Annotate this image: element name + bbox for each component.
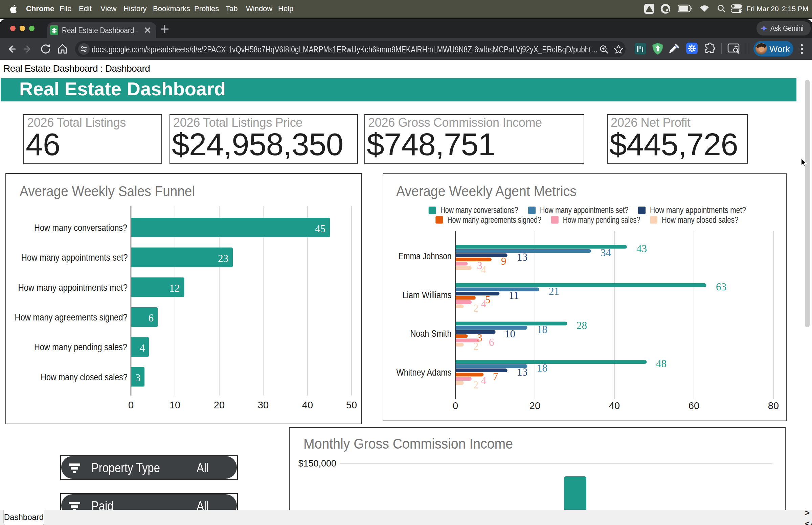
svg-text:12: 12	[169, 282, 180, 294]
svg-text:2: 2	[473, 379, 479, 391]
svg-text:80: 80	[768, 400, 779, 411]
svg-text:How many conversations?: How many conversations?	[440, 205, 518, 215]
svg-text:13: 13	[517, 366, 527, 378]
svg-text:How many appointments met?: How many appointments met?	[650, 205, 746, 215]
svg-text:How many agreements signed?: How many agreements signed?	[447, 215, 541, 225]
svg-text:How many appointments set?: How many appointments set?	[540, 205, 628, 215]
svg-text:23: 23	[218, 253, 228, 264]
svg-text:2: 2	[473, 302, 479, 314]
svg-text:43: 43	[636, 243, 647, 255]
svg-text:20: 20	[214, 400, 224, 410]
svg-text:40: 40	[609, 400, 620, 411]
svg-text:63: 63	[716, 281, 726, 293]
svg-text:Noah Smith: Noah Smith	[410, 328, 452, 339]
svg-text:6: 6	[489, 336, 494, 348]
svg-text:0: 0	[453, 400, 458, 411]
svg-text:Emma Johnson: Emma Johnson	[398, 251, 452, 261]
svg-text:7: 7	[493, 371, 498, 382]
svg-text:Average Weekly Sales Funnel: Average Weekly Sales Funnel	[20, 183, 195, 199]
svg-text:18: 18	[537, 324, 548, 335]
svg-text:18: 18	[537, 362, 548, 374]
svg-text:Whitney Adams: Whitney Adams	[396, 367, 452, 378]
svg-text:30: 30	[258, 400, 269, 410]
svg-text:9: 9	[501, 255, 507, 267]
svg-text:How many conversations?: How many conversations?	[34, 222, 127, 233]
svg-text:4: 4	[481, 375, 487, 386]
svg-text:How many closed sales?: How many closed sales?	[41, 372, 127, 382]
svg-text:34: 34	[600, 247, 611, 259]
svg-text:20: 20	[530, 400, 540, 411]
svg-text:6: 6	[148, 312, 154, 324]
svg-text:45: 45	[315, 223, 325, 235]
svg-text:How many appointments set?: How many appointments set?	[21, 252, 128, 262]
svg-text:$150,000: $150,000	[298, 459, 336, 468]
svg-text:10: 10	[505, 328, 515, 340]
svg-text:50: 50	[346, 400, 357, 410]
svg-text:4: 4	[481, 264, 487, 275]
svg-text:40: 40	[302, 400, 313, 410]
svg-text:28: 28	[577, 319, 587, 331]
svg-text:Liam Williams: Liam Williams	[403, 290, 452, 300]
svg-text:3: 3	[135, 372, 141, 384]
svg-text:48: 48	[656, 358, 667, 370]
svg-text:4: 4	[140, 342, 145, 354]
svg-text:How many closed sales?: How many closed sales?	[662, 215, 738, 225]
svg-text:4: 4	[481, 298, 487, 310]
svg-text:Monthly Gross Commission Incom: Monthly Gross Commission Income	[304, 436, 513, 452]
svg-text:10: 10	[170, 400, 180, 410]
svg-text:How many agreements signed?: How many agreements signed?	[15, 312, 128, 322]
svg-text:0: 0	[128, 400, 134, 410]
svg-text:60: 60	[688, 400, 699, 411]
svg-text:21: 21	[549, 285, 559, 297]
svg-text:11: 11	[509, 289, 519, 301]
svg-text:2: 2	[473, 341, 479, 352]
svg-text:How many pending sales?: How many pending sales?	[34, 342, 127, 352]
svg-text:How many appointments met?: How many appointments met?	[18, 282, 128, 293]
svg-text:How many pending sales?: How many pending sales?	[563, 215, 640, 225]
svg-text:Average Weekly Agent Metrics: Average Weekly Agent Metrics	[396, 183, 577, 199]
svg-text:13: 13	[517, 251, 527, 263]
